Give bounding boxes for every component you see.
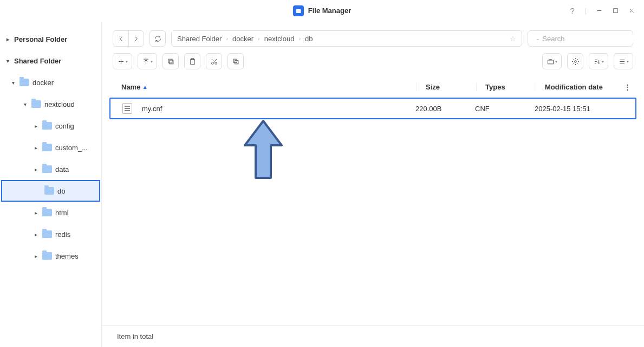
folder-icon — [31, 100, 41, 108]
close-icon[interactable] — [628, 7, 635, 15]
svg-rect-11 — [170, 60, 173, 64]
caret-placeholder — [35, 188, 41, 194]
app-title: File Manager — [308, 7, 351, 15]
folder-icon — [19, 79, 29, 86]
sidebar-label-shared: Shared Folder — [14, 57, 61, 65]
folder-icon — [42, 252, 52, 260]
sidebar-label-personal: Personal Folder — [14, 35, 67, 43]
svg-point-22 — [574, 60, 576, 62]
chevron-right-icon: ▸ — [32, 209, 39, 216]
file-icon — [122, 103, 132, 114]
add-button[interactable]: ▾ — [113, 53, 132, 69]
chevron-down-icon: ▾ — [10, 79, 16, 86]
chevron-down-icon: ▾ — [4, 57, 11, 64]
sidebar-item-db[interactable]: db — [1, 180, 100, 202]
sidebar-label: db — [57, 187, 65, 195]
svg-rect-21 — [548, 60, 554, 64]
sidebar: ▸ Personal Folder ▾ Shared Folder ▾ dock… — [0, 22, 102, 347]
sidebar-label: redis — [55, 230, 70, 239]
chevron-down-icon: ▾ — [555, 59, 557, 64]
cut-button[interactable] — [206, 53, 222, 69]
content-area: Shared Folder › docker › nextcloud › db … — [102, 22, 644, 347]
sidebar-item-data[interactable]: ▸ data — [0, 158, 101, 180]
minimize-icon[interactable] — [595, 7, 603, 15]
chevron-right-icon: › — [298, 35, 301, 42]
duplicate-button[interactable] — [227, 53, 244, 69]
paste-button[interactable] — [184, 53, 200, 69]
search-box[interactable]: - — [528, 30, 633, 47]
sort-button[interactable]: ▾ — [589, 53, 608, 69]
breadcrumb: Shared Folder › docker › nextcloud › db … — [171, 30, 522, 47]
sidebar-label: themes — [55, 252, 79, 260]
column-size[interactable]: Size — [417, 83, 476, 91]
chevron-right-icon: ▸ — [32, 144, 39, 151]
folder-icon — [42, 209, 52, 216]
sidebar-label: html — [55, 209, 69, 217]
folder-icon — [42, 122, 52, 130]
sidebar-item-personal[interactable]: ▸ Personal Folder — [0, 28, 101, 50]
file-type: CNF — [475, 105, 535, 113]
search-input[interactable] — [542, 35, 633, 43]
more-icon[interactable]: ⋮ — [624, 83, 631, 91]
chevron-right-icon: ▸ — [32, 123, 39, 129]
sidebar-item-shared[interactable]: ▾ Shared Folder — [0, 50, 101, 72]
chevron-right-icon: › — [226, 35, 228, 42]
folder-icon — [42, 230, 52, 238]
star-icon[interactable]: ☆ — [510, 35, 516, 43]
breadcrumb-crumb[interactable]: db — [305, 35, 313, 43]
file-name: my.cnf — [142, 105, 162, 113]
separator: - — [537, 35, 539, 43]
sidebar-item-html[interactable]: ▸ html — [0, 202, 101, 223]
annotation-arrow-icon — [242, 118, 285, 183]
chevron-right-icon: › — [258, 35, 260, 42]
sidebar-label: data — [55, 165, 69, 174]
chevron-down-icon: ▾ — [627, 59, 629, 64]
titlebar: File Manager ? | — [0, 0, 644, 22]
upload-button[interactable]: ▾ — [138, 53, 157, 69]
chevron-down-icon: ▾ — [22, 101, 28, 107]
forward-button[interactable] — [128, 31, 144, 46]
file-row[interactable]: my.cnf 220.00B CNF 2025-02-15 15:51 — [109, 98, 636, 119]
app-icon — [293, 5, 304, 16]
folder-icon — [42, 165, 52, 173]
chevron-right-icon: ▸ — [32, 231, 39, 237]
settings-button[interactable] — [567, 53, 583, 69]
help-icon[interactable]: ? — [569, 7, 576, 15]
svg-rect-20 — [235, 60, 238, 63]
svg-rect-19 — [233, 59, 237, 62]
copy-button[interactable] — [162, 53, 179, 69]
status-text: Item in total — [117, 332, 153, 340]
toolbox-button[interactable]: ▾ — [542, 53, 562, 69]
sidebar-item-custom[interactable]: ▸ custom_... — [0, 137, 101, 158]
file-date: 2025-02-15 15:51 — [535, 105, 632, 113]
sidebar-item-config[interactable]: ▸ config — [0, 115, 101, 137]
chevron-down-icon: ▾ — [602, 59, 604, 64]
view-button[interactable]: ▾ — [614, 53, 633, 69]
svg-rect-12 — [168, 59, 172, 63]
svg-rect-0 — [296, 9, 301, 13]
column-date[interactable]: Modification date — [536, 83, 633, 91]
sidebar-item-docker[interactable]: ▾ docker — [0, 72, 101, 93]
sort-asc-icon: ▴ — [144, 83, 147, 91]
breadcrumb-crumb[interactable]: nextcloud — [264, 35, 295, 43]
sidebar-label: custom_... — [55, 144, 88, 152]
folder-icon — [44, 187, 54, 195]
breadcrumb-crumb[interactable]: docker — [232, 35, 253, 43]
column-types[interactable]: Types — [476, 83, 536, 91]
chevron-down-icon: ▾ — [151, 59, 153, 64]
sidebar-item-themes[interactable]: ▸ themes — [0, 245, 101, 267]
svg-rect-2 — [613, 9, 617, 13]
column-name[interactable]: Name — [121, 83, 140, 91]
nav-buttons — [113, 30, 144, 47]
breadcrumb-crumb[interactable]: Shared Folder — [177, 35, 222, 43]
sidebar-label: nextcloud — [44, 100, 75, 108]
sidebar-item-nextcloud[interactable]: ▾ nextcloud — [0, 93, 101, 115]
sidebar-label: config — [55, 122, 74, 130]
sidebar-item-redis[interactable]: ▸ redis — [0, 223, 101, 245]
maximize-icon[interactable] — [612, 7, 619, 15]
back-button[interactable] — [113, 31, 128, 46]
chevron-right-icon: ▸ — [32, 253, 39, 259]
statusbar: Item in total — [102, 325, 644, 347]
refresh-button[interactable] — [149, 30, 166, 47]
folder-icon — [42, 144, 52, 151]
